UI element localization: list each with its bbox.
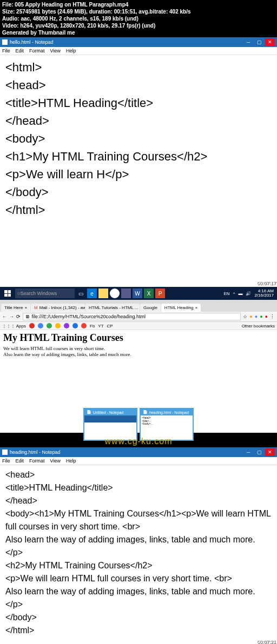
menu-file[interactable]: File <box>2 48 10 53</box>
bookmark-7[interactable] <box>81 323 87 328</box>
browser-tab-3[interactable]: HTML Tutorials - HTML ... <box>85 304 140 312</box>
star-icon[interactable]: ☆ <box>243 314 247 319</box>
metadata-audio: Audio: aac, 48000 Hz, 2 channels, s16, 1… <box>2 15 275 22</box>
minimize-button[interactable]: ─ <box>243 38 253 46</box>
file-metadata: File: 005 Apply Heading on HTML Paragrap… <box>0 0 277 37</box>
other-bookmarks[interactable]: Other bookmarks <box>242 324 275 328</box>
notepad-content-1[interactable]: <html> <head> <title>HTML Heading</title… <box>0 55 277 222</box>
edge-icon[interactable]: e <box>87 289 97 298</box>
ext-icon-3[interactable]: ● <box>260 314 262 319</box>
watermark: www.cg-ku.com <box>0 437 277 446</box>
menubar: File Edit Format View Help <box>0 47 277 55</box>
titlebar-2[interactable]: heading.html - Notepad ─ ▢ ✕ <box>0 447 277 457</box>
store-icon[interactable] <box>121 289 131 298</box>
close-button[interactable]: ✕ <box>265 38 275 46</box>
notepad-icon: 📄 <box>87 410 91 414</box>
back-button[interactable]: ← <box>2 314 7 319</box>
bookmark-6[interactable] <box>72 323 78 328</box>
browser-tab-4[interactable]: Google <box>140 304 161 312</box>
maximize-button[interactable]: ▢ <box>254 448 264 456</box>
alt-tab-item-1[interactable]: 📄Untitled - Notepad <box>83 408 137 441</box>
tray-lang[interactable]: EN <box>224 291 230 296</box>
tab-close-icon[interactable]: × <box>24 305 27 310</box>
metadata-generated: Generated by Thumbnail me <box>2 29 275 36</box>
menubar: File Edit Format View Help <box>0 457 277 465</box>
alt-tab-item-2[interactable]: 📄heading.html - Notepad <head><title>...… <box>140 408 194 441</box>
browser-tab-2[interactable]: MMail - Inbox (1,342) - awesom... <box>31 304 85 312</box>
chrome-icon[interactable] <box>110 289 120 298</box>
close-button[interactable]: ✕ <box>265 448 275 456</box>
browser-tabstrip: Title Here× MMail - Inbox (1,342) - awes… <box>0 300 277 312</box>
taskbar-1: ○ Search Windows ▭ e W X P EN ^ ▬ 🔊 4:16… <box>0 287 277 300</box>
menu-icon[interactable]: ⋮ <box>270 314 275 319</box>
maximize-button[interactable]: ▢ <box>254 38 264 46</box>
menu-format[interactable]: Format <box>29 48 45 53</box>
notepad-icon <box>2 450 8 455</box>
reload-button[interactable]: ⟳ <box>16 314 21 319</box>
bookmark-bar: ⋮⋮⋮ Apps Fb YT CP Other bookmarks <box>0 322 277 330</box>
ext-icon-4[interactable]: ● <box>265 314 268 319</box>
notepad-icon <box>2 39 8 45</box>
menu-edit[interactable]: Edit <box>16 48 24 53</box>
bookmark-4[interactable] <box>55 323 61 328</box>
task-view-icon[interactable]: ▭ <box>76 289 85 298</box>
page-paragraph-1: We will learn HTML full courses in very … <box>3 346 274 352</box>
metadata-file: File: 005 Apply Heading on HTML Paragrap… <box>2 1 275 8</box>
menu-file[interactable]: File <box>2 458 10 464</box>
forward-button[interactable]: → <box>9 314 14 319</box>
tab-close-icon[interactable]: × <box>195 305 197 310</box>
menu-view[interactable]: View <box>50 458 61 464</box>
titlebar-1[interactable]: hello.html - Notepad ─ ▢ ✕ <box>0 37 277 47</box>
powerpoint-icon[interactable]: P <box>155 289 165 298</box>
menu-help[interactable]: Help <box>66 48 76 53</box>
bookmark-5[interactable] <box>64 323 69 328</box>
bookmark-label-2[interactable]: YT <box>98 324 103 328</box>
address-bar: ← → ⟳ 🗎 file:///E:/Udemy/HTML/Source%20c… <box>0 312 277 322</box>
notepad-content-2[interactable]: <head> <title>HTML Heading</title> </hea… <box>0 465 277 640</box>
menu-view[interactable]: View <box>50 48 61 53</box>
start-button[interactable] <box>1 287 14 300</box>
browser-tab-1[interactable]: Title Here× <box>1 304 30 312</box>
excel-icon[interactable]: X <box>144 289 154 298</box>
timecode-2: 00:07:21 <box>257 639 276 644</box>
page-heading: My HTML Training Courses <box>3 332 274 344</box>
search-windows[interactable]: ○ Search Windows <box>15 289 75 298</box>
bookmark-2[interactable] <box>38 323 43 328</box>
menu-help[interactable]: Help <box>66 458 76 464</box>
page-paragraph-2: Also learn the way of adding images, lin… <box>3 352 274 358</box>
bookmark-label-3[interactable]: CP <box>107 324 113 328</box>
metadata-video: Video: h264, yuv420p, 1280x720, 210 kb/s… <box>2 22 275 29</box>
browser-tab-5[interactable]: HTML Heading× <box>161 304 201 312</box>
tray-network-icon[interactable]: ▬ <box>238 291 242 296</box>
spacer: 00:07:21 <box>0 640 277 644</box>
window-title: heading.html - Notepad <box>10 450 61 455</box>
bookmark-1[interactable] <box>29 323 35 328</box>
ext-icon-1[interactable]: ● <box>249 314 252 319</box>
file-explorer-icon[interactable] <box>98 289 108 298</box>
taskbar-clock[interactable]: 4:16 AM 2/16/2017 <box>254 289 274 298</box>
timecode-1: 00:07:17 <box>257 280 276 286</box>
apps-button[interactable]: ⋮⋮⋮ Apps <box>2 324 26 328</box>
metadata-size: Size: 25745981 bytes (24.69 MiB), durati… <box>2 8 275 15</box>
tray-up-icon[interactable]: ^ <box>233 291 235 296</box>
window-title: hello.html - Notepad <box>10 39 54 45</box>
bookmark-3[interactable] <box>47 323 52 328</box>
spacer: 00:07:17 <box>0 222 277 287</box>
url-input[interactable]: 🗎 file:///E:/Udemy/HTML/Source%20code/he… <box>23 313 241 320</box>
bookmark-label-1[interactable]: Fb <box>90 324 95 328</box>
ext-icon-2[interactable]: ● <box>255 314 258 319</box>
notepad-icon: 📄 <box>143 410 148 414</box>
menu-edit[interactable]: Edit <box>16 458 24 464</box>
word-icon[interactable]: W <box>133 289 142 298</box>
menu-format[interactable]: Format <box>29 458 45 464</box>
tray-speaker-icon[interactable]: 🔊 <box>246 291 251 296</box>
minimize-button[interactable]: ─ <box>243 448 253 456</box>
notepad-window-2: heading.html - Notepad ─ ▢ ✕ File Edit F… <box>0 447 277 644</box>
notepad-window-1: hello.html - Notepad ─ ▢ ✕ File Edit For… <box>0 37 277 287</box>
